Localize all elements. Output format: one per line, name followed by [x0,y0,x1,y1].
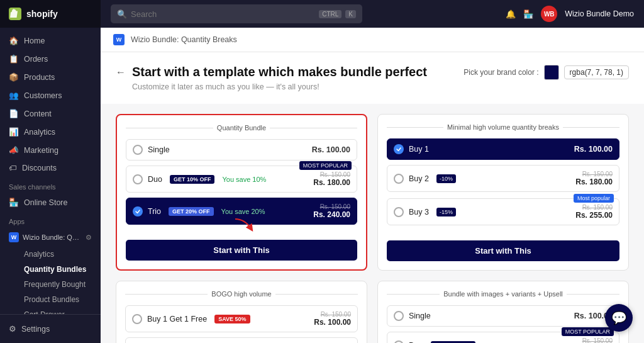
bundle-name-trio: Trio [148,207,161,216]
popular-bwi-duo: MOST POPULAR [562,327,614,336]
bundle-row-trio[interactable]: Trio GET 20% OFF You save 20% Rs. 150.00… [126,198,357,225]
price-bogo1: Rs. 100.00 [314,318,351,327]
color-value: rgba(7, 7, 78, 1) [564,65,629,79]
topbar: 🔍 CTRL K 🔔 🏪 WB Wizio Bundle Demo [101,0,644,28]
sidebar-item-wizio[interactable]: W Wizio Bundle: Quantit... ⚙ [0,228,101,247]
strike-trio: Rs. 150.00 [313,203,350,210]
mvb-row-buy3[interactable]: Buy 3 -15% Rs. 150.00 Rs. 255.00 Most po… [387,198,619,225]
card-label-quantity-bundle: Quantity Bundle [126,124,357,132]
home-icon: 🏠 [9,36,19,45]
strike-buy3: Rs. 150.00 [575,204,613,211]
mvb-row-buy1[interactable]: Buy 1 Rs. 100.00 [387,138,619,160]
bell-icon[interactable]: 🔔 [506,9,516,19]
sidebar-item-label: Online Store [24,198,67,207]
store-icon: 🏪 [9,198,19,207]
color-label: Pick your brand color : [464,68,538,77]
search-input[interactable] [131,9,315,19]
mvb-name-buy3: Buy 3 [409,208,429,216]
strike-buy2: Rs. 150.00 [575,171,613,177]
mvb-name-buy2: Buy 2 [409,174,429,183]
main-area: 🔍 CTRL K 🔔 🏪 WB Wizio Bundle Demo W Wizi… [101,0,644,343]
sidebar-sub-product-bundles[interactable]: Product Bundles [18,292,101,307]
chat-icon: 💬 [611,310,627,325]
content-icon: 📄 [9,109,19,118]
sidebar-item-marketing[interactable]: 📣 Marketing [0,141,101,159]
sidebar-sub-cart-drawer[interactable]: Cart Drawer [18,307,101,314]
bogo-row-1[interactable]: Buy 1 Get 1 Free SAVE 50% Rs. 150.00 Rs.… [125,305,358,332]
bwi-row-duo[interactable]: Duo GET 10% OFF You save 10% Rs. 150.00 … [387,332,619,343]
template-title-row: ← Start with a template which makes bund… [116,65,629,80]
price-col-trio: Rs. 150.00 Rs. 240.00 [313,203,350,219]
sidebar-sub-analytics[interactable]: Analytics [18,247,101,262]
page-title: Start with a template which makes bundle… [132,65,427,79]
bwi-row-single[interactable]: Single Rs. 100.00 [387,305,619,327]
sidebar-logo[interactable]: shopify [0,0,101,28]
badge-buy2: -10% [436,174,456,183]
strike-bogo1: Rs. 150.00 [314,311,351,318]
store-icon[interactable]: 🏪 [523,9,533,19]
color-swatch[interactable] [544,65,559,80]
customers-icon: 👥 [9,91,19,100]
mvb-name-buy1: Buy 1 [409,145,429,154]
arrow-hint [229,216,260,237]
back-button[interactable]: ← [116,67,126,78]
price-duo: Rs. 180.00 [313,178,350,187]
bwi-left-duo: Duo GET 10% OFF You save 10% [394,340,527,344]
sidebar-sub-frequently-bought[interactable]: Frequently Bought [18,277,101,292]
sidebar-item-label: Orders [24,55,48,64]
price-buy3: Rs. 255.00 [575,211,613,220]
start-btn-quantity[interactable]: Start with This [126,240,357,261]
sidebar-item-discounts[interactable]: 🏷 Discounts [0,159,101,177]
avatar: WB [541,6,557,22]
bogo-row-2[interactable]: Buy 2 Get 3 Free SAVE 60% Rs. 150.00 Rs.… [125,337,358,343]
color-picker-row: Pick your brand color : rgba(7, 7, 78, 1… [464,65,629,80]
mvb-row-buy2[interactable]: Buy 2 -10% Rs. 150.00 Rs. 180.00 [387,165,619,192]
strike-bwi-duo: Rs. 150.00 [575,337,613,343]
badge-trio: GET 20% OFF [169,207,214,216]
save-text-duo: You save 10% [222,176,266,183]
start-btn-minimal[interactable]: Start with This [387,240,619,261]
marketing-icon: 📣 [9,145,19,155]
sales-channels-label: Sales channels [0,177,101,193]
badge-bogo1: SAVE 50% [214,315,250,323]
chat-bubble[interactable]: 💬 [605,304,633,332]
bundle-name-single: Single [148,145,170,154]
radio-buy3 [394,207,404,217]
sidebar-item-products[interactable]: 📦 Products [0,68,101,86]
sidebar-item-label: Marketing [24,146,58,155]
bwi-name-single: Single [409,312,431,320]
card-label-bogo: BOGO high volume [125,290,358,298]
price-col-duo: Rs. 150.00 Rs. 180.00 [313,171,350,187]
bundle-row-single[interactable]: Single Rs. 100.00 [126,139,357,160]
bundle-row-left-trio: Trio GET 20% OFF You save 20% [133,206,265,216]
sidebar-item-home[interactable]: 🏠 Home [0,31,101,50]
app-badge: W [113,34,125,45]
radio-buy2 [394,174,404,184]
wizio-app-icon: W [9,232,19,242]
radio-bogo1 [132,314,142,324]
template-card-bogo: BOGO high volume Buy 1 Get 1 Free SAVE 5… [116,281,367,343]
sidebar-item-orders[interactable]: 📋 Orders [0,50,101,68]
sidebar-item-online-store[interactable]: 🏪 Online Store [0,193,101,211]
check-buy1 [394,144,404,154]
settings-item[interactable]: ⚙ Settings [9,321,92,337]
bwi-name-duo: Duo [409,341,423,344]
search-bar[interactable]: 🔍 CTRL K [111,4,362,23]
radio-bwi-duo [394,340,404,344]
mvb-price-buy1: Rs. 100.00 [574,145,613,154]
apps-label: Apps [0,211,101,228]
sidebar-item-customers[interactable]: 👥 Customers [0,86,101,104]
bundle-row-duo[interactable]: Duo GET 10% OFF You save 10% Rs. 150.00 … [126,166,357,193]
badge-buy3: -15% [436,208,456,216]
analytics-icon: 📊 [9,127,19,137]
sidebar-item-content[interactable]: 📄 Content [0,104,101,123]
price-col-bwi-duo: Rs. 150.00 Rs. 180.00 [575,337,613,343]
radio-duo [133,174,143,184]
sidebar-item-label: Discounts [22,164,57,172]
template-card-quantity-bundle: Quantity Bundle Single Rs. 100.00 Duo GE… [116,114,367,271]
wizio-app-name: Wizio Bundle: Quantit... [23,233,79,241]
sidebar-sub-quantity-bundles[interactable]: Quantity Bundles [18,262,101,277]
kbd-ctrl: CTRL [319,10,341,18]
sidebar-item-label: Customers [24,91,62,100]
sidebar-item-analytics[interactable]: 📊 Analytics [0,123,101,141]
